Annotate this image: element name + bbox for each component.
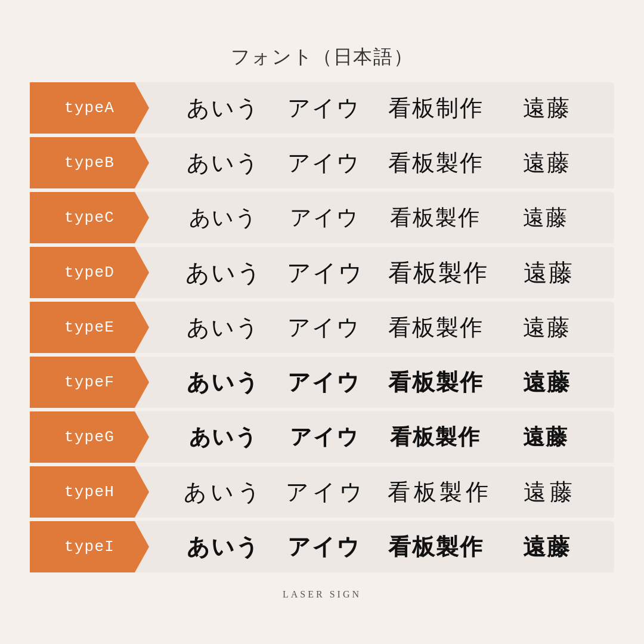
- type-label-typee: typeE: [30, 302, 149, 353]
- sample-cell-typea-3: 遠藤: [511, 93, 583, 123]
- sample-cell-typeg-0: あいう: [188, 423, 259, 452]
- sample-cell-typee-1: アイウ: [287, 312, 361, 343]
- sample-cell-typeb-1: アイウ: [287, 148, 361, 178]
- sample-cell-typef-0: あいう: [187, 367, 260, 398]
- sample-cell-typei-3: 遠藤: [511, 532, 583, 562]
- type-label-typeb: typeB: [30, 137, 149, 188]
- sample-text-typec: あいうアイウ看板製作遠藤: [149, 203, 614, 233]
- sample-cell-typee-3: 遠藤: [511, 312, 583, 343]
- sample-cell-typed-3: 遠藤: [513, 256, 584, 289]
- sample-cell-typed-0: あいう: [185, 256, 262, 289]
- sample-cell-typee-2: 看板製作: [388, 312, 484, 343]
- sample-cell-typea-0: あいう: [187, 93, 260, 123]
- font-table: typeAあいうアイウ看板制作遠藤typeBあいうアイウ看板製作遠藤typeCあ…: [30, 82, 614, 572]
- sample-text-typei: あいうアイウ看板製作遠藤: [149, 532, 614, 562]
- sample-cell-typeh-1: アイウ: [286, 477, 366, 507]
- sample-cell-typeh-2: 看板製作: [388, 477, 492, 507]
- font-row-typed: typeDあいうアイウ看板製作遠藤: [30, 247, 614, 298]
- sample-cell-typei-0: あいう: [187, 532, 260, 562]
- sample-cell-typeh-3: 遠藤: [514, 477, 586, 507]
- sample-cell-typef-3: 遠藤: [511, 367, 583, 398]
- font-row-typee: typeEあいうアイウ看板製作遠藤: [30, 302, 614, 353]
- sample-text-typed: あいうアイウ看板製作遠藤: [149, 256, 614, 289]
- sample-cell-typed-1: アイウ: [287, 256, 364, 289]
- type-label-typeg: typeG: [30, 411, 149, 463]
- sample-cell-typed-2: 看板製作: [388, 256, 488, 289]
- page-title: フォント（日本語）: [231, 44, 413, 70]
- sample-text-typeb: あいうアイウ看板製作遠藤: [149, 148, 614, 178]
- type-label-typec: typeC: [30, 192, 149, 243]
- sample-cell-typeh-0: あいう: [184, 477, 264, 507]
- sample-text-typeh: あいうアイウ看板製作遠藤: [149, 477, 614, 507]
- sample-cell-typee-0: あいう: [187, 312, 260, 343]
- sample-cell-typef-1: アイウ: [287, 367, 361, 398]
- font-row-typea: typeAあいうアイウ看板制作遠藤: [30, 82, 614, 134]
- font-row-typeb: typeBあいうアイウ看板製作遠藤: [30, 137, 614, 188]
- sample-text-typef: あいうアイウ看板製作遠藤: [149, 367, 614, 398]
- sample-cell-typeg-2: 看板製作: [390, 423, 480, 452]
- footer-label: LASER SIGN: [283, 589, 361, 600]
- sample-text-typeg: あいうアイウ看板製作遠藤: [149, 423, 614, 452]
- sample-cell-typeb-3: 遠藤: [511, 148, 583, 178]
- font-row-typeg: typeGあいうアイウ看板製作遠藤: [30, 411, 614, 463]
- type-label-typef: typeF: [30, 357, 149, 408]
- type-label-typea: typeA: [30, 82, 149, 134]
- sample-cell-typef-2: 看板製作: [388, 367, 484, 398]
- font-row-typec: typeCあいうアイウ看板製作遠藤: [30, 192, 614, 243]
- sample-text-typea: あいうアイウ看板制作遠藤: [149, 93, 614, 123]
- sample-cell-typec-2: 看板製作: [390, 203, 480, 233]
- sample-cell-typec-1: アイウ: [289, 203, 361, 233]
- font-row-typeh: typeHあいうアイウ看板製作遠藤: [30, 466, 614, 518]
- page-wrapper: フォント（日本語） typeAあいうアイウ看板制作遠藤typeBあいうアイウ看板…: [30, 44, 614, 600]
- sample-cell-typec-0: あいう: [188, 203, 259, 233]
- type-label-typeh: typeH: [30, 466, 149, 518]
- sample-cell-typeg-1: アイウ: [289, 423, 361, 452]
- type-label-typed: typeD: [30, 247, 149, 298]
- type-label-typei: typeI: [30, 521, 149, 572]
- sample-cell-typeg-3: 遠藤: [510, 423, 581, 452]
- sample-cell-typei-1: アイウ: [287, 532, 361, 562]
- sample-cell-typei-2: 看板製作: [388, 532, 484, 562]
- font-row-typef: typeFあいうアイウ看板製作遠藤: [30, 357, 614, 408]
- sample-cell-typea-1: アイウ: [287, 93, 361, 123]
- sample-cell-typea-2: 看板制作: [388, 93, 484, 123]
- sample-cell-typeb-0: あいう: [187, 148, 260, 178]
- sample-cell-typec-3: 遠藤: [510, 203, 581, 233]
- sample-text-typee: あいうアイウ看板製作遠藤: [149, 312, 614, 343]
- sample-cell-typeb-2: 看板製作: [388, 148, 484, 178]
- font-row-typei: typeIあいうアイウ看板製作遠藤: [30, 521, 614, 572]
